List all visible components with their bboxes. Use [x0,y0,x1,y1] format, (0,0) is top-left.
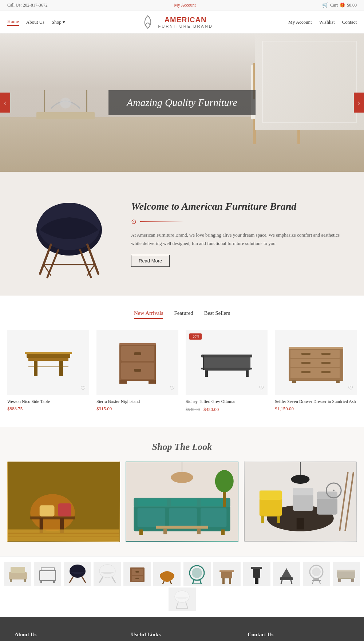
welcome-title: Welcome to American Furniture Brand [131,201,342,212]
hero-banner-text: Amazing Quality Furniture [127,97,237,108]
brand-item-7[interactable] [183,562,211,586]
svg-rect-129 [253,567,260,578]
product-card-1: ♡ Wesson Nico Side Table $888.75 [7,330,89,412]
brand-item-4[interactable] [94,562,121,586]
brand-item-12[interactable] [333,562,360,586]
call-info: Call Us: 202-817-3672 [7,3,48,8]
nav-right: My Account Wishlist Contact [288,19,357,25]
read-more-button[interactable]: Read More [131,255,170,267]
svg-rect-145 [338,578,354,579]
wishlist-btn-3[interactable]: ♡ [259,385,264,392]
svg-rect-138 [312,580,321,581]
svg-rect-23 [28,366,68,367]
svg-line-111 [99,577,103,583]
cart-amount: $0.00 [347,3,357,8]
hero-next-button[interactable]: › [354,93,364,113]
brand-item-8[interactable] [213,562,241,586]
product-name-4: Settler Seven Drawer Dresser in Sundried… [275,399,357,404]
svg-rect-73 [139,530,143,535]
svg-point-107 [70,565,86,578]
nav-myaccount[interactable]: My Account [288,19,312,25]
brand-item-13[interactable] [169,587,196,611]
dresser-illustration [287,341,345,384]
logo: AMERICAN FURNITURE BRAND [141,14,213,30]
brand-item-5[interactable] [123,562,151,586]
my-account-link[interactable]: My Account [174,3,196,8]
tab-featured[interactable]: Featured [174,310,193,319]
tab-new-arrivals[interactable]: New Arrivals [134,310,163,319]
nav-shop[interactable]: Shop ▾ [52,19,65,25]
svg-rect-88 [277,516,280,523]
product-name-2: Sierra Baxter Nightstand [96,399,178,404]
svg-point-79 [215,470,234,492]
product-card-3: -20% ♡ Sidney Tufted Grey Ottoman $540.0… [186,330,268,412]
svg-rect-47 [301,362,310,364]
svg-rect-35 [201,368,252,369]
footer-contact: Contact Us Call Us: 202-817-3672 America… [248,632,349,641]
svg-rect-1 [44,90,45,112]
nav-wishlist[interactable]: Wishlist [319,19,335,25]
nav-home[interactable]: Home [7,19,19,26]
svg-rect-31 [149,380,156,384]
product-card-4: ♡ Settler Seven Drawer Dresser in Sundri… [275,330,357,412]
wishlist-btn-1[interactable]: ♡ [80,385,86,392]
look-item-1[interactable] [7,462,120,542]
svg-rect-89 [293,494,313,511]
svg-rect-117 [135,578,139,579]
brand-item-2[interactable] [34,562,61,586]
brand-item-10[interactable] [273,562,300,586]
brand-item-9[interactable] [243,562,270,586]
svg-rect-49 [301,371,310,373]
welcome-divider: ⊙ [131,218,342,226]
shop-look-title: Shop The Look [7,442,357,452]
svg-rect-34 [201,355,252,357]
svg-line-12 [40,245,51,274]
svg-line-123 [200,580,201,584]
brand-item-3[interactable] [64,562,91,586]
brand-item-1[interactable] [4,562,31,586]
svg-rect-100 [11,567,25,573]
nav-about[interactable]: About Us [26,19,44,25]
hero-prev-button[interactable]: ‹ [0,93,10,113]
svg-point-94 [291,475,310,484]
wishlist-btn-4[interactable]: ♡ [348,385,353,392]
svg-rect-137 [313,578,319,580]
svg-rect-28 [134,352,141,355]
left-arrow-icon: ‹ [4,99,6,107]
welcome-section: Welcome to American Furniture Brand ⊙ At… [0,172,364,296]
product-price-1: $888.75 [7,406,89,412]
look-item-2[interactable] [126,462,238,542]
wishlist-btn-2[interactable]: ♡ [170,385,175,392]
nav-contact[interactable]: Contact [342,19,357,25]
svg-rect-50 [321,371,331,373]
brand-item-11[interactable] [303,562,330,586]
svg-rect-2 [86,90,87,112]
svg-rect-87 [261,516,264,523]
svg-line-148 [186,602,188,608]
svg-rect-142 [337,570,355,571]
product-image-4: ♡ [275,330,357,395]
cart-label: Cart [330,3,338,8]
welcome-description: At American Furniture Brand, we love bri… [131,231,342,247]
hero-left-decor [29,83,102,143]
products-grid: ♡ Wesson Nico Side Table $888.75 ♡ [7,330,357,412]
welcome-chair-image [22,186,116,281]
hero-section: ‹ Amazing Quality Furniture › [0,33,364,172]
tab-best-sellers[interactable]: Best Sellers [204,310,230,319]
svg-rect-22 [28,358,68,361]
product-card-2: ♡ Sierra Baxter Nightstand $315.00 [96,330,178,412]
look-item-3[interactable] [244,462,357,542]
svg-line-139 [312,581,313,584]
svg-rect-91 [317,498,337,515]
svg-rect-102 [24,579,26,582]
svg-point-121 [192,568,202,578]
cart-area[interactable]: 🛒 Cart 🎁 $0.00 [322,2,357,8]
brand-item-6[interactable] [153,562,181,586]
svg-point-3 [60,98,71,108]
svg-line-109 [82,577,86,583]
shop-look-section: Shop The Look [0,427,364,556]
main-nav: Home About Us Shop ▾ AMERICAN FURNITURE … [0,11,364,33]
svg-line-134 [291,580,292,584]
svg-rect-141 [337,571,355,578]
product-price-2: $315.00 [96,406,178,412]
